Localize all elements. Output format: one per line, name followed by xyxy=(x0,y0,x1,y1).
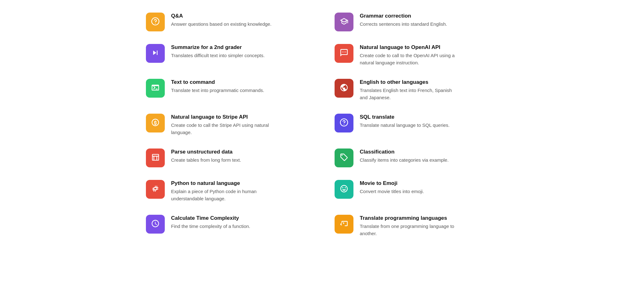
hash-icon xyxy=(151,184,160,194)
items-grid: Q&A Answer questions based on existing k… xyxy=(146,13,498,237)
item-text-movie-to-emoji: Movie to Emoji Convert movie titles into… xyxy=(360,180,424,195)
item-python-natural-lang[interactable]: Python to natural language Explain a pie… xyxy=(146,180,309,202)
table-icon xyxy=(151,153,160,163)
item-desc-parse-unstructured: Create tables from long form text. xyxy=(171,157,241,164)
item-desc-qa: Answer questions based on existing knowl… xyxy=(171,21,271,28)
icon-box-english-to-other xyxy=(335,79,353,98)
item-title-sql-translate: SQL translate xyxy=(360,114,450,121)
item-desc-english-to-other: Translates English text into French, Spa… xyxy=(360,87,460,101)
icon-box-python-natural-lang xyxy=(146,180,165,199)
item-title-classification: Classification xyxy=(360,148,449,155)
item-text-qa: Q&A Answer questions based on existing k… xyxy=(171,13,271,28)
item-classification[interactable]: Classification Classify items into categ… xyxy=(335,148,498,167)
code-translate-icon xyxy=(340,219,348,229)
tag-icon xyxy=(340,153,348,163)
item-natural-lang-stripe[interactable]: Natural language to Stripe API Create co… xyxy=(146,114,309,136)
forward-icon xyxy=(151,48,160,58)
icon-box-grammar-correction xyxy=(335,13,353,31)
item-title-natural-lang-openai: Natural language to OpenAI API xyxy=(360,44,460,51)
item-title-natural-lang-stripe: Natural language to Stripe API xyxy=(171,114,272,121)
item-text-translate-programming: Translate programming languages Translat… xyxy=(360,215,460,237)
item-parse-unstructured[interactable]: Parse unstructured data Create tables fr… xyxy=(146,148,309,167)
icon-box-summarize-2nd-grader xyxy=(146,44,165,63)
item-desc-grammar-correction: Corrects sentences into standard English… xyxy=(360,21,447,28)
item-title-python-natural-lang: Python to natural language xyxy=(171,180,272,187)
icon-box-qa xyxy=(146,13,165,31)
item-qa[interactable]: Q&A Answer questions based on existing k… xyxy=(146,13,309,31)
item-sql-translate[interactable]: SQL translate Translate natural language… xyxy=(335,114,498,136)
item-text-natural-lang-openai: Natural language to OpenAI API Create co… xyxy=(360,44,460,66)
icon-box-classification xyxy=(335,148,353,167)
item-summarize-2nd-grader[interactable]: Summarize for a 2nd grader Translates di… xyxy=(146,44,309,66)
item-translate-programming[interactable]: Translate programming languages Translat… xyxy=(335,215,498,237)
item-title-parse-unstructured: Parse unstructured data xyxy=(171,148,241,155)
item-desc-summarize-2nd-grader: Translates difficult text into simpler c… xyxy=(171,52,265,59)
item-title-summarize-2nd-grader: Summarize for a 2nd grader xyxy=(171,44,265,51)
item-text-text-to-command: Text to command Translate text into prog… xyxy=(171,79,264,94)
item-title-grammar-correction: Grammar correction xyxy=(360,13,447,19)
item-english-to-other[interactable]: English to other languages Translates En… xyxy=(335,79,498,101)
item-text-summarize-2nd-grader: Summarize for a 2nd grader Translates di… xyxy=(171,44,265,59)
item-desc-natural-lang-stripe: Create code to call the Stripe API using… xyxy=(171,122,272,136)
clock-icon xyxy=(151,219,160,229)
icon-box-natural-lang-openai xyxy=(335,44,353,63)
item-title-calculate-time-complexity: Calculate Time Complexity xyxy=(171,215,250,222)
item-text-grammar-correction: Grammar correction Corrects sentences in… xyxy=(360,13,447,28)
icon-box-parse-unstructured xyxy=(146,148,165,167)
icon-box-text-to-command xyxy=(146,79,165,98)
globe-icon xyxy=(340,83,348,93)
message-icon xyxy=(340,48,348,58)
icon-box-movie-to-emoji xyxy=(335,180,353,199)
item-natural-lang-openai[interactable]: Natural language to OpenAI API Create co… xyxy=(335,44,498,66)
icon-box-natural-lang-stripe xyxy=(146,114,165,132)
item-text-calculate-time-complexity: Calculate Time Complexity Find the time … xyxy=(171,215,250,230)
item-title-qa: Q&A xyxy=(171,13,271,19)
item-title-movie-to-emoji: Movie to Emoji xyxy=(360,180,424,187)
item-desc-calculate-time-complexity: Find the time complexity of a function. xyxy=(171,223,250,230)
item-title-translate-programming: Translate programming languages xyxy=(360,215,460,222)
item-desc-classification: Classify items into categories via examp… xyxy=(360,157,449,164)
item-text-parse-unstructured: Parse unstructured data Create tables fr… xyxy=(171,148,241,164)
item-text-classification: Classification Classify items into categ… xyxy=(360,148,449,164)
item-desc-python-natural-lang: Explain a piece of Python code in human … xyxy=(171,188,272,202)
question-icon xyxy=(151,17,160,27)
item-desc-sql-translate: Translate natural language to SQL querie… xyxy=(360,122,450,129)
item-text-natural-lang-stripe: Natural language to Stripe API Create co… xyxy=(171,114,272,136)
item-calculate-time-complexity[interactable]: Calculate Time Complexity Find the time … xyxy=(146,215,309,237)
icon-box-calculate-time-complexity xyxy=(146,215,165,234)
icon-box-translate-programming xyxy=(335,215,353,234)
dollar-icon xyxy=(151,118,160,128)
item-desc-natural-lang-openai: Create code to call to the OpenAI API us… xyxy=(360,52,460,66)
item-text-to-command[interactable]: Text to command Translate text into prog… xyxy=(146,79,309,101)
item-text-english-to-other: English to other languages Translates En… xyxy=(360,79,460,101)
terminal-icon xyxy=(151,83,160,93)
item-title-english-to-other: English to other languages xyxy=(360,79,460,86)
item-text-python-natural-lang: Python to natural language Explain a pie… xyxy=(171,180,272,202)
graduation-icon xyxy=(340,17,348,27)
icon-box-sql-translate xyxy=(335,114,353,132)
main-container: Q&A Answer questions based on existing k… xyxy=(133,6,511,291)
item-grammar-correction[interactable]: Grammar correction Corrects sentences in… xyxy=(335,13,498,31)
item-movie-to-emoji[interactable]: Movie to Emoji Convert movie titles into… xyxy=(335,180,498,202)
emoji-icon xyxy=(340,184,348,194)
item-desc-translate-programming: Translate from one programming language … xyxy=(360,223,460,237)
item-text-sql-translate: SQL translate Translate natural language… xyxy=(360,114,450,129)
question-icon xyxy=(340,118,348,128)
item-desc-movie-to-emoji: Convert movie titles into emoji. xyxy=(360,188,424,195)
item-desc-text-to-command: Translate text into programmatic command… xyxy=(171,87,264,94)
item-title-text-to-command: Text to command xyxy=(171,79,264,86)
